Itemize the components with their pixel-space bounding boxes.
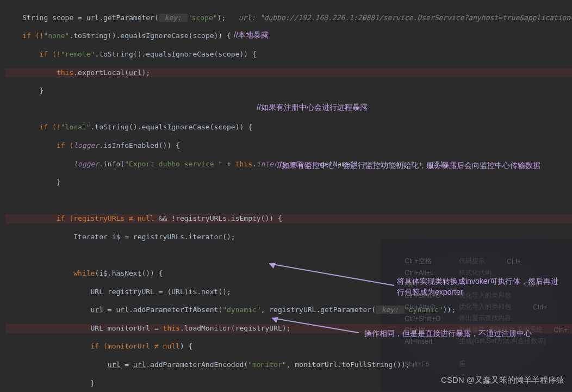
annotation-monitor: //如果有监控中心，会进行监控功能初始化，服务暴露后会向监控中心传输数据	[277, 161, 540, 171]
shortcut-hints-panel: Ctrl+空格代码提示Ctrl+ Ctrl+Alt+L格式化代码 Alt+/Ct…	[405, 256, 572, 370]
watermark: CSDN @又蠢又笨的懒羊羊程序猿	[441, 375, 564, 385]
annotation-local-expose: //本地暴露	[234, 30, 269, 40]
annotation-registry: //如果有注册中心会进行远程暴露	[257, 103, 368, 113]
